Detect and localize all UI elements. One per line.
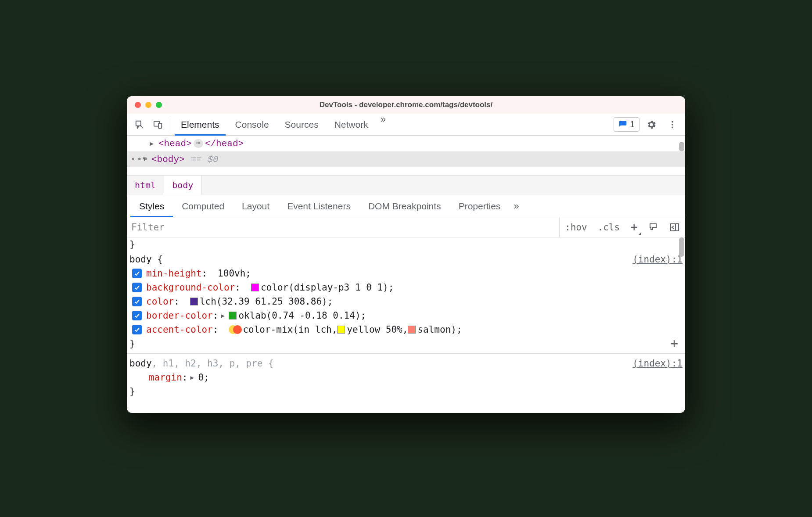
cls-toggle[interactable]: .cls [593,217,625,237]
rule-origin-link[interactable]: (index):1 [632,356,683,370]
window-title: DevTools - developer.chrome.com/tags/dev… [127,101,685,109]
css-declaration[interactable]: color: lch(32.39 61.25 308.86); [129,294,683,309]
tab-styles[interactable]: Styles [130,195,173,217]
add-property-button[interactable]: + [670,337,678,351]
hov-toggle[interactable]: :hov [560,217,593,237]
dom-breadcrumbs: html body [127,175,685,195]
dom-tag: <body> [151,154,185,165]
toolbar-separator [170,118,170,131]
rule-close-brace: } [129,384,683,399]
device-toggle-icon[interactable] [149,115,167,134]
color-swatch-icon[interactable] [229,312,237,320]
property-value[interactable]: 100vh; [218,266,251,280]
devtools-window: DevTools - developer.chrome.com/tags/dev… [127,96,685,413]
css-declaration[interactable]: border-color:▶oklab(0.74 -0.18 0.14); [129,309,683,323]
dom-scrollbar[interactable] [678,136,685,175]
svg-point-2 [672,121,673,122]
css-declaration[interactable]: margin:▶0; [129,370,683,384]
css-declaration[interactable]: min-height: 100vh; [129,266,683,280]
computed-toggle-icon[interactable] [664,217,685,237]
styles-scrollbar[interactable] [679,237,684,257]
svg-point-4 [672,126,673,128]
css-declaration[interactable]: background-color: color(display-p3 1 0 1… [129,280,683,294]
tab-dom-breakpoints[interactable]: DOM Breakpoints [359,195,450,217]
tab-console[interactable]: Console [227,114,277,135]
property-enabled-checkbox[interactable] [132,325,142,334]
dom-tree[interactable]: ▶ <head> ⋯ </head> ••• ▼ <body> == $0 [127,136,685,175]
rule-selector[interactable]: body { [129,252,163,266]
rule-selector[interactable]: body, h1, h2, h3, p, pre { [129,356,274,370]
issues-badge[interactable]: 1 [614,117,640,132]
color-swatch-icon[interactable] [337,326,345,334]
settings-gear-icon[interactable] [642,115,661,134]
selected-node-indicator-icon: ••• [130,154,150,165]
property-name[interactable]: color [146,294,174,309]
tab-layout[interactable]: Layout [233,195,278,217]
property-value[interactable]: oklab(0.74 -0.18 0.14); [238,309,366,323]
issues-count: 1 [630,119,635,129]
styles-filter-bar: :hov .cls + [127,217,685,237]
property-name[interactable]: min-height [146,266,201,280]
property-name[interactable]: border-color [146,309,213,323]
expand-triangle-icon[interactable]: ▶ [190,370,196,384]
property-enabled-checkbox[interactable] [132,269,142,278]
property-name[interactable]: accent-color [146,323,213,337]
color-mix-swatch-icon[interactable] [229,325,241,334]
color-swatch-icon[interactable] [408,326,416,334]
rule-separator [127,353,685,354]
tab-elements[interactable]: Elements [173,114,227,135]
inspect-element-icon[interactable] [130,115,149,134]
property-name[interactable]: margin [149,370,182,384]
more-tabs-chevron-icon[interactable]: » [376,114,390,135]
styles-filter-input[interactable] [127,217,560,237]
kebab-menu-icon[interactable] [663,115,682,134]
ellipsis-icon[interactable]: ⋯ [194,139,203,148]
css-rule: body {(index):1min-height: 100vh;backgro… [129,251,683,352]
dom-node-head[interactable]: ▶ <head> ⋯ </head> [127,136,685,151]
new-style-rule-button[interactable]: + [625,217,643,237]
property-name[interactable]: background-color [146,280,235,294]
tab-event-listeners[interactable]: Event Listeners [278,195,359,217]
rule-origin-link[interactable]: (index):1 [632,252,683,266]
svg-rect-1 [158,123,162,128]
expand-triangle-icon[interactable]: ▶ [150,140,158,148]
window-titlebar: DevTools - developer.chrome.com/tags/dev… [127,96,685,114]
property-enabled-checkbox[interactable] [132,283,142,292]
panel-tabs: Elements Console Sources Network » [173,114,390,135]
property-enabled-checkbox[interactable] [132,297,142,306]
expand-triangle-icon[interactable]: ▶ [221,309,227,323]
rule-close-brace: }+ [129,337,683,351]
more-styles-tabs-chevron-icon[interactable]: » [509,201,523,212]
color-swatch-icon[interactable] [190,298,198,305]
dom-node-child-peek [127,167,685,175]
property-value[interactable]: color(display-p3 1 0 1); [261,280,394,294]
breadcrumb-html[interactable]: html [127,176,164,195]
rule-close-brace: } [129,237,683,251]
tab-sources[interactable]: Sources [277,114,327,135]
property-value[interactable]: 0; [198,370,209,384]
svg-point-3 [672,124,673,126]
property-enabled-checkbox[interactable] [132,311,142,320]
dom-tag: </head> [205,139,244,149]
dom-node-body[interactable]: ••• ▼ <body> == $0 [127,151,685,167]
main-toolbar: Elements Console Sources Network » 1 [127,114,685,136]
tab-properties[interactable]: Properties [450,195,510,217]
dom-tag: <head> [158,139,192,149]
css-rule: body, h1, h2, h3, p, pre {(index):1 marg… [129,355,683,399]
property-value[interactable]: lch(32.39 61.25 308.86); [200,294,333,309]
styles-paintbrush-icon[interactable] [643,217,664,237]
styles-rules-pane[interactable]: }body {(index):1min-height: 100vh;backgr… [127,237,685,413]
tab-network[interactable]: Network [327,114,376,135]
styles-pane-tabs: Styles Computed Layout Event Listeners D… [127,195,685,217]
breadcrumb-body[interactable]: body [164,176,201,195]
css-declaration[interactable]: accent-color: color-mix(in lch, yellow 5… [129,323,683,337]
color-swatch-icon[interactable] [251,284,259,291]
tab-computed[interactable]: Computed [173,195,233,217]
property-value[interactable]: color-mix(in lch, [243,323,337,337]
dom-ref-hint: == $0 [191,154,219,165]
